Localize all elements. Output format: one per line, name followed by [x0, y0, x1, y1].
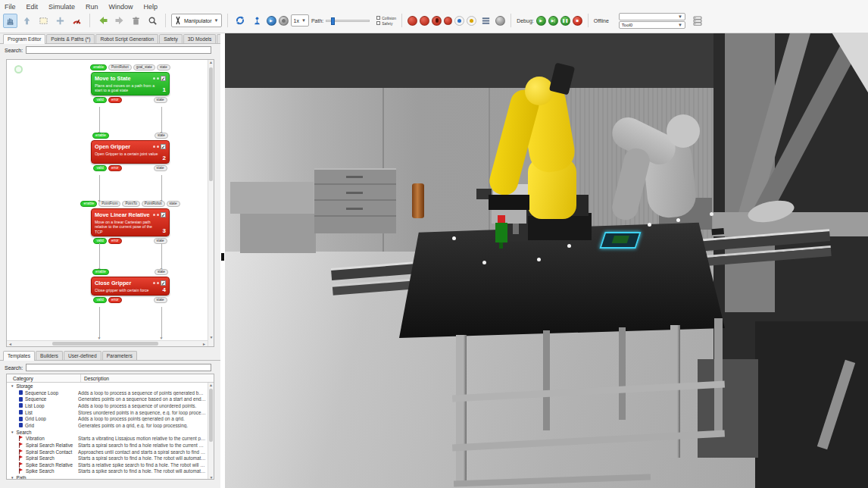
program-block-open-gripper[interactable]: enable state Open Gripper ✓ Open Gripper…	[89, 133, 172, 201]
template-row[interactable]: Grid LoopAdds a loop to process points g…	[7, 415, 214, 422]
world-button[interactable]	[495, 16, 505, 26]
collapse-icon[interactable]: ▼	[11, 384, 14, 388]
port-state[interactable]: state	[154, 97, 167, 104]
menu-window[interactable]: Window	[109, 3, 133, 11]
path-slider-thumb[interactable]	[331, 17, 335, 25]
port-valid[interactable]: valid	[93, 297, 106, 304]
group-search[interactable]: ▼Search	[7, 429, 214, 436]
splitter-grip[interactable]	[221, 253, 224, 261]
canvas-horizontal-scrollbar[interactable]: ◄►	[7, 340, 208, 346]
template-row[interactable]: ListStores unordered points in a sequenc…	[7, 409, 214, 416]
menu-file[interactable]: File	[5, 3, 16, 11]
template-row[interactable]: List LoopAdds a loop to process a sequen…	[7, 402, 214, 409]
tab-program-editor[interactable]: Program Editor	[3, 34, 45, 44]
debug-run-button[interactable]: ▶	[536, 16, 546, 26]
column-header-category[interactable]: Category	[7, 374, 81, 382]
record-pose-button-1[interactable]	[407, 16, 417, 26]
collapse-icon[interactable]: ▼	[11, 430, 14, 434]
library-vertical-scrollbar[interactable]: ▲▼	[208, 383, 214, 480]
simulate-play-button[interactable]: ▶	[267, 16, 276, 26]
operator-view-button[interactable]	[250, 14, 264, 28]
port-enable[interactable]: enable	[92, 269, 109, 276]
port-state[interactable]: state	[167, 201, 180, 208]
template-row[interactable]: VibrationStarts a vibrating Lissajous mo…	[7, 436, 214, 443]
controller-button[interactable]	[691, 14, 705, 28]
move-tool-button[interactable]	[20, 14, 34, 28]
tool-dropdown[interactable]: Tool0▼	[619, 21, 685, 29]
insert-yellow-point-button[interactable]	[467, 16, 476, 26]
speed-dropdown[interactable]: 1x ▼	[291, 14, 309, 27]
debug-pause-button[interactable]: ❚❚	[560, 16, 570, 26]
collision-checkbox[interactable]	[376, 16, 380, 20]
menu-simulate[interactable]: Simulate	[48, 3, 75, 11]
add-point-button[interactable]	[53, 14, 67, 28]
program-block-close-gripper[interactable]: enable state Close Gripper ✓ Close gripp…	[89, 269, 172, 346]
redo-button[interactable]	[112, 14, 126, 28]
zoom-tool-button[interactable]	[145, 14, 160, 28]
3d-viewport[interactable]	[225, 33, 868, 488]
speed-gauge-button[interactable]	[70, 14, 84, 28]
sync-button[interactable]	[233, 14, 248, 28]
library-search-input[interactable]	[26, 364, 211, 371]
marquee-select-button[interactable]	[36, 14, 51, 28]
highlighted-carrier[interactable]	[599, 232, 641, 249]
port-pointrobot[interactable]: PointRobot	[142, 201, 165, 208]
debug-step-button[interactable]: ▶|	[548, 16, 558, 26]
safety-checkbox[interactable]	[376, 21, 380, 25]
record-button[interactable]	[279, 16, 289, 26]
scrollbar-thumb[interactable]	[209, 389, 213, 442]
port-valid[interactable]: valid	[93, 165, 106, 172]
undo-button[interactable]	[95, 14, 110, 28]
block-enabled-checkbox[interactable]: ✓	[161, 144, 166, 149]
tab-safety[interactable]: Safety	[159, 34, 183, 43]
path-slider[interactable]	[326, 20, 370, 22]
point-table-button[interactable]	[479, 14, 493, 28]
tab-templates[interactable]: Templates	[3, 351, 35, 361]
port-pointto[interactable]: PointTo	[122, 201, 139, 208]
port-state[interactable]: state	[157, 64, 170, 71]
tab-3d-models[interactable]: 3D Models	[183, 34, 217, 43]
delete-button[interactable]	[129, 14, 143, 28]
manipulator-dropdown[interactable]: Manipulator ▼	[171, 14, 222, 27]
tab-user-defined[interactable]: User-defined	[64, 351, 101, 360]
port-enable[interactable]: enable	[92, 133, 109, 139]
tab-parameters[interactable]: Parameters	[102, 351, 137, 360]
port-goal-state[interactable]: goal_state	[133, 64, 155, 71]
breakpoint-dot[interactable]	[157, 145, 159, 148]
block-enabled-checkbox[interactable]: ✓	[161, 212, 166, 217]
port-pointfrom[interactable]: PointFrom	[98, 201, 120, 208]
port-pointrobot[interactable]: PointRobot	[108, 64, 132, 71]
breakpoint-dot[interactable]	[157, 282, 159, 284]
template-row[interactable]: Spike Search RelativeStarts a relative s…	[7, 461, 214, 468]
scrollbar-thumb[interactable]	[52, 342, 158, 346]
template-row[interactable]: Spiral Search RelativeStarts a spiral se…	[7, 442, 214, 449]
pan-tool-button[interactable]	[3, 14, 17, 28]
port-error[interactable]: error	[108, 297, 122, 304]
template-row[interactable]: Sequence LoopAdds a loop to process a se…	[7, 389, 214, 396]
record-pose-button-2[interactable]	[420, 16, 429, 26]
port-valid[interactable]: valid	[93, 238, 106, 245]
breakpoint-dot[interactable]	[153, 145, 155, 148]
template-row[interactable]: SequenceGenerates points on a sequence b…	[7, 396, 214, 403]
template-row[interactable]: GridGenerates points on a grid, e.g. for…	[7, 422, 214, 429]
collapse-icon[interactable]: ▼	[11, 476, 14, 480]
port-state[interactable]: state	[154, 238, 167, 245]
port-enable[interactable]: enable	[90, 64, 107, 71]
insert-blue-point-button[interactable]	[454, 16, 464, 26]
breakpoint-dot[interactable]	[153, 214, 155, 216]
block-enabled-checkbox[interactable]: ✓	[161, 76, 166, 81]
program-block-move-to-state[interactable]: enable PointRobot goal_state state Move …	[89, 64, 172, 133]
debug-stop-button[interactable]: ■	[573, 16, 582, 26]
robot-dropdown[interactable]: ▼	[619, 13, 685, 20]
breakpoint-dot[interactable]	[153, 77, 155, 80]
port-valid[interactable]: valid	[93, 97, 106, 104]
menu-run[interactable]: Run	[86, 3, 98, 11]
breakpoint-dot[interactable]	[153, 282, 155, 284]
tab-points-paths[interactable]: Points & Paths (*)	[46, 34, 95, 43]
port-error[interactable]: error	[108, 97, 122, 104]
block-enabled-checkbox[interactable]: ✓	[161, 280, 166, 286]
port-enable[interactable]: enable	[80, 201, 97, 208]
port-state[interactable]: state	[154, 297, 167, 304]
record-grasp-button[interactable]	[432, 16, 442, 26]
breakpoint-dot[interactable]	[157, 77, 159, 80]
